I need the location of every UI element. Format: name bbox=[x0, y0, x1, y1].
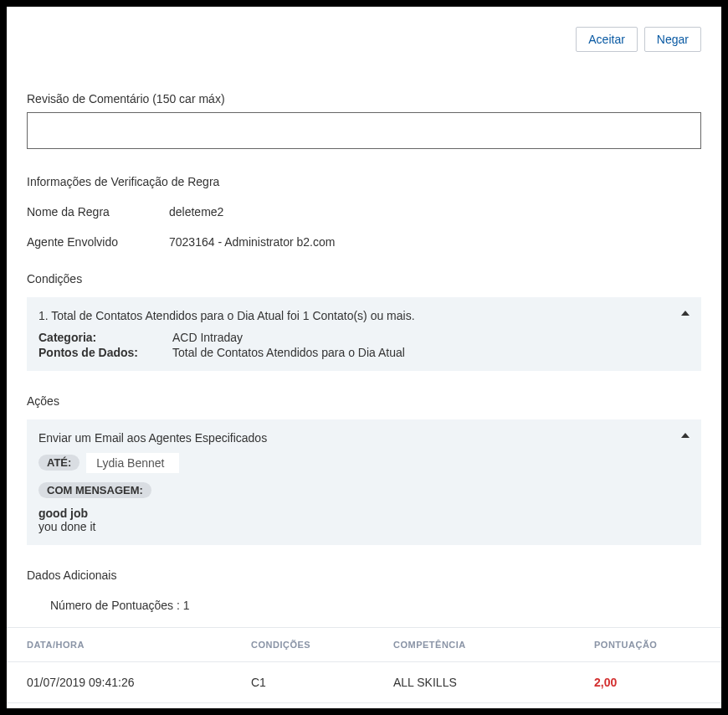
cell-conditions: C1 bbox=[241, 661, 383, 702]
category-row: Categoria: ACD Intraday bbox=[38, 331, 690, 344]
score-count: Número de Pontuações : 1 bbox=[50, 599, 701, 612]
rule-name-row: Nome da Regra deleteme2 bbox=[27, 205, 701, 219]
cell-score: 2,00 bbox=[584, 661, 721, 702]
recipient-value: Lydia Bennet bbox=[86, 453, 179, 473]
message-row: COM MENSAGEM: bbox=[38, 482, 690, 503]
conditions-panel: 1. Total de Contatos Atendidos para o Di… bbox=[27, 297, 701, 371]
datapoints-label: Pontos de Dados: bbox=[38, 346, 172, 359]
rule-name-label: Nome da Regra bbox=[27, 205, 169, 219]
scores-table: DATA/HORA CONDIÇÕES COMPETÊNCIA PONTUAÇÃ… bbox=[7, 627, 721, 703]
accept-button[interactable]: Aceitar bbox=[576, 27, 638, 52]
comment-label: Revisão de Comentário (150 car máx) bbox=[27, 92, 701, 105]
header-score: PONTUAÇÃO bbox=[584, 627, 721, 661]
recipient-row: ATÉ: Lydia Bennet bbox=[38, 453, 690, 476]
collapse-icon[interactable] bbox=[681, 433, 690, 438]
conditions-heading: Condições bbox=[27, 272, 701, 285]
scores-table-wrap: DATA/HORA CONDIÇÕES COMPETÊNCIA PONTUAÇÃ… bbox=[7, 627, 721, 703]
condition-title: 1. Total de Contatos Atendidos para o Di… bbox=[38, 309, 690, 322]
category-label: Categoria: bbox=[38, 331, 172, 344]
datapoints-row: Pontos de Dados: Total de Contatos Atend… bbox=[38, 346, 690, 359]
cell-skill: ALL SKILLS bbox=[383, 661, 584, 702]
message-line-1: good job bbox=[38, 507, 690, 520]
cell-datetime: 01/07/2019 09:41:26 bbox=[7, 661, 241, 702]
actions-panel: Enviar um Email aos Agentes Especificado… bbox=[27, 419, 701, 545]
rule-info-heading: Informações de Verificação de Regra bbox=[27, 175, 701, 188]
to-label: ATÉ: bbox=[38, 455, 79, 471]
rule-name-value: deleteme2 bbox=[169, 205, 223, 219]
message-line-2: you done it bbox=[38, 520, 690, 533]
table-row: 01/07/2019 09:41:26 C1 ALL SKILLS 2,00 bbox=[7, 661, 721, 702]
collapse-icon[interactable] bbox=[681, 311, 690, 316]
with-message-label: COM MENSAGEM: bbox=[38, 482, 151, 498]
agent-row: Agente Envolvido 7023164 - Administrator… bbox=[27, 235, 701, 249]
rule-review-page: Aceitar Negar Revisão de Comentário (150… bbox=[7, 7, 721, 708]
deny-button[interactable]: Negar bbox=[644, 27, 701, 52]
comment-textarea[interactable] bbox=[27, 112, 701, 149]
category-value: ACD Intraday bbox=[172, 331, 243, 344]
header-skill: COMPETÊNCIA bbox=[383, 627, 584, 661]
additional-heading: Dados Adicionais bbox=[27, 568, 701, 582]
datapoints-value: Total de Contatos Atendidos para o Dia A… bbox=[172, 346, 405, 359]
actions-heading: Ações bbox=[27, 394, 701, 408]
table-header-row: DATA/HORA CONDIÇÕES COMPETÊNCIA PONTUAÇÃ… bbox=[7, 627, 721, 661]
header-action-bar: Aceitar Negar bbox=[27, 27, 701, 52]
action-title: Enviar um Email aos Agentes Especificado… bbox=[38, 431, 690, 445]
header-datetime: DATA/HORA bbox=[7, 627, 241, 661]
agent-label: Agente Envolvido bbox=[27, 235, 169, 249]
header-conditions: CONDIÇÕES bbox=[241, 627, 383, 661]
agent-value: 7023164 - Administrator b2.com bbox=[169, 235, 335, 249]
